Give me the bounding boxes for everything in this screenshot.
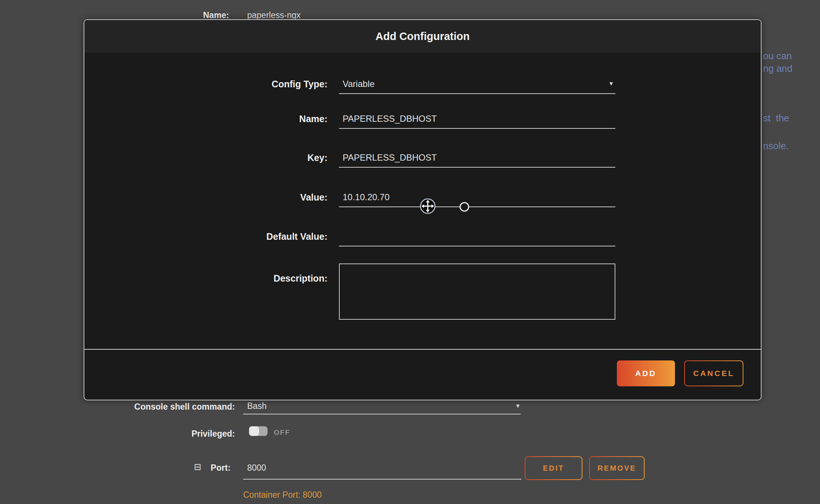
value-input[interactable]: [339, 192, 615, 203]
privileged-state-label: OFF: [274, 429, 290, 437]
console-shell-command-select[interactable]: Bash: [247, 401, 266, 411]
dialog-header: Add Configuration: [84, 20, 761, 53]
description-box: [339, 263, 615, 320]
name-row: Name:: [84, 113, 761, 129]
port-label: Port:: [206, 463, 231, 473]
add-button[interactable]: ADD: [617, 360, 675, 386]
name-input[interactable]: [339, 113, 615, 124]
console-shell-command-label: Console shell command:: [111, 402, 235, 412]
screen: Name: paperless-ngx ou can ng and st the…: [0, 0, 820, 504]
help-text-fragment: st the: [763, 112, 789, 124]
help-text-fragment: ng and: [763, 63, 793, 74]
port-input[interactable]: 8000: [247, 463, 266, 473]
help-text-fragment: nsole.: [763, 140, 789, 152]
footer-divider: [84, 349, 761, 350]
key-label: Key:: [84, 152, 343, 168]
bg-name-value[interactable]: paperless-ngx: [247, 10, 300, 20]
value-label: Value:: [84, 192, 343, 207]
container-port-note: Container Port: 8000: [243, 490, 322, 500]
chevron-down-icon: ▼: [515, 403, 521, 409]
key-input[interactable]: [339, 152, 615, 163]
key-row: Key:: [84, 152, 761, 168]
circle-cursor-icon: [460, 202, 469, 212]
port-input-underline: [243, 479, 521, 480]
description-label: Description:: [84, 273, 343, 284]
config-type-label: Config Type:: [84, 78, 343, 94]
chevron-down-icon: ▼: [608, 80, 614, 87]
config-type-select[interactable]: Variable ▼: [339, 78, 615, 94]
dialog-title: Add Configuration: [376, 30, 470, 43]
edit-button[interactable]: EDIT: [525, 456, 582, 480]
default-value-input[interactable]: [339, 231, 615, 242]
default-value-row: Default Value:: [84, 231, 761, 246]
remove-button[interactable]: REMOVE: [589, 456, 645, 480]
default-value-label: Default Value:: [84, 231, 343, 246]
privileged-label: Privileged:: [148, 429, 235, 439]
console-select-underline: [243, 414, 521, 414]
collapse-minus-icon[interactable]: ⊟: [194, 463, 201, 471]
bg-name-label: Name:: [166, 10, 229, 20]
move-cursor-icon: [420, 198, 436, 214]
help-text-fragment: ou can: [763, 50, 792, 62]
name-label: Name:: [84, 113, 343, 129]
privileged-toggle[interactable]: [249, 426, 268, 436]
cancel-button[interactable]: CANCEL: [684, 360, 743, 386]
description-textarea[interactable]: [340, 264, 615, 319]
config-type-row: Config Type: Variable ▼: [84, 78, 761, 94]
toggle-knob: [249, 426, 259, 436]
